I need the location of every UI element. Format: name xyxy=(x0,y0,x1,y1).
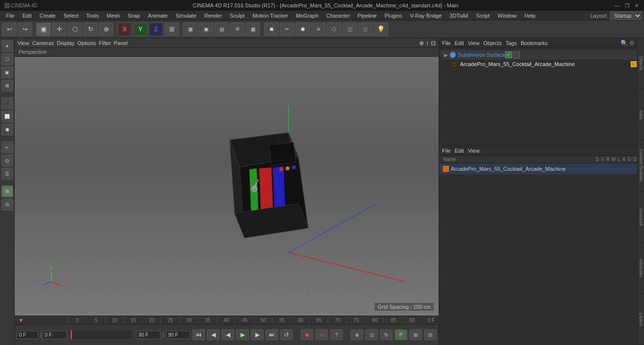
object-sculpt-button[interactable]: ⬟ xyxy=(295,23,310,36)
render-team-button[interactable]: ▦ xyxy=(245,23,260,36)
minimize-button[interactable]: — xyxy=(614,2,621,9)
om-search-icon[interactable]: 🔍 xyxy=(621,40,628,46)
left-snap-button[interactable]: S xyxy=(1,168,13,180)
om-menu-bookmarks[interactable]: Bookmarks xyxy=(521,40,548,46)
left-grid-button[interactable]: ⊟ xyxy=(1,199,13,210)
all-axes-button[interactable]: ⊞ xyxy=(164,23,179,36)
autokey-button[interactable]: ⊙ xyxy=(315,329,328,340)
tl-tool4[interactable]: P xyxy=(395,329,407,340)
object-paint-button[interactable]: ✏ xyxy=(280,23,294,36)
tab-content-browser[interactable]: Content Browser xyxy=(638,140,644,192)
axis-y-button[interactable]: Y xyxy=(133,23,148,36)
viewport-menu-panel[interactable]: Panel xyxy=(114,40,128,46)
om-menu-file[interactable]: File xyxy=(442,40,451,46)
goto-start-button[interactable]: ⏮ xyxy=(192,329,205,340)
menu-tools[interactable]: Tools xyxy=(82,12,103,20)
menu-motion-tracker[interactable]: Motion Tracker xyxy=(248,12,292,20)
tl-tool6[interactable]: ⊟ xyxy=(424,329,437,340)
menu-select[interactable]: Select xyxy=(60,12,83,20)
step-forward-button[interactable]: ▶ xyxy=(251,329,264,340)
model-mode-button[interactable]: ▣ xyxy=(36,23,51,36)
menu-vray[interactable]: V-Ray Bridge xyxy=(406,12,446,20)
timeline-track[interactable] xyxy=(71,330,133,339)
tl-tool1[interactable]: ⊕ xyxy=(351,329,363,340)
light-button[interactable]: 💡 xyxy=(374,23,388,36)
props-col-dot4[interactable]: · xyxy=(612,164,621,173)
max-frame-input[interactable]: 90 F xyxy=(166,331,190,339)
axis-z-button[interactable]: Z xyxy=(149,23,163,36)
render-active-button[interactable]: ▣ xyxy=(199,23,213,36)
subdivision-surface-row[interactable]: ▶ Subdivision Surface ✓ xyxy=(441,50,642,60)
left-points-button[interactable]: ● xyxy=(1,40,13,52)
viewport-menu-cameras[interactable]: Cameras xyxy=(32,40,54,46)
menu-animate[interactable]: Animate xyxy=(144,12,172,20)
maximize-button[interactable]: ❐ xyxy=(623,2,630,9)
props-menu-file[interactable]: File xyxy=(442,148,451,154)
render-anim-button[interactable]: ◻ xyxy=(358,23,373,36)
menu-mesh[interactable]: Mesh xyxy=(103,12,124,20)
subdiv-check-2[interactable] xyxy=(513,51,520,58)
menu-snap[interactable]: Snap xyxy=(124,12,144,20)
tab-tabs[interactable]: Tabs xyxy=(638,90,644,141)
menu-edit[interactable]: Edit xyxy=(19,12,36,20)
viewport-ctrl-3[interactable]: ⊡ xyxy=(431,40,436,46)
props-menu-view[interactable]: View xyxy=(468,148,480,154)
viewport-ctrl-1[interactable]: ⊕ xyxy=(419,40,424,46)
tl-tool3[interactable]: ↻ xyxy=(380,329,393,340)
left-uv-button[interactable]: ⊠ xyxy=(1,80,13,92)
props-col-dot5[interactable]: · xyxy=(622,164,630,173)
redo-button[interactable]: ↪ xyxy=(18,23,32,36)
tab-layers[interactable]: Layers xyxy=(638,294,644,345)
props-col-dot1[interactable]: · xyxy=(582,164,591,173)
viewport-toggle-button[interactable]: ⬡ xyxy=(327,23,341,36)
menu-character[interactable]: Character xyxy=(322,12,354,20)
arcade-machine-row[interactable]: □ ArcadePro_Mars_55_Cocktail_Arcade_Mach… xyxy=(441,60,642,68)
viewport-menu-view[interactable]: View xyxy=(18,40,29,46)
menu-window[interactable]: Window xyxy=(493,12,520,20)
key-button[interactable]: ? xyxy=(330,329,343,340)
loop-button[interactable]: ↺ xyxy=(280,329,293,340)
render-view-button[interactable]: ◫ xyxy=(342,23,357,36)
viewport-3d[interactable]: X Y Z xyxy=(15,57,439,316)
transform-button[interactable]: ⊕ xyxy=(99,23,113,36)
om-menu-objects[interactable]: Objects xyxy=(483,40,501,46)
viewport-menu-options[interactable]: Options xyxy=(77,40,96,46)
tab-structure[interactable]: Structure xyxy=(638,192,644,243)
props-col-dot2[interactable]: · xyxy=(592,164,601,173)
axis-x-button[interactable]: X xyxy=(117,23,132,36)
menu-3dtall[interactable]: 3DToAll xyxy=(445,12,472,20)
step-back-button[interactable]: ◀ xyxy=(207,329,220,340)
left-edges-button[interactable]: ⬡ xyxy=(1,53,13,65)
viewport-menu-display[interactable]: Display xyxy=(57,40,74,46)
menu-simulate[interactable]: Simulate xyxy=(172,12,200,20)
scale-tool-button[interactable]: ⬡ xyxy=(67,23,82,36)
arcade-machine-name[interactable]: ArcadePro_Mars_55_Cocktail_Arcade_Machin… xyxy=(460,61,629,67)
layout-select[interactable]: Startup xyxy=(610,11,642,20)
close-button[interactable]: ✕ xyxy=(633,2,640,9)
hair-button[interactable]: ≋ xyxy=(311,23,326,36)
render-region-button[interactable]: ▦ xyxy=(183,23,198,36)
viewport-menu-filter[interactable]: Filter xyxy=(99,40,111,46)
om-menu-tags[interactable]: Tags xyxy=(506,40,517,46)
om-settings-icon[interactable]: ⚙ xyxy=(629,40,635,46)
record-button[interactable]: ⏺ xyxy=(301,329,313,340)
start-frame-input[interactable]: 0 F xyxy=(43,331,67,339)
props-object-row[interactable]: ArcadePro_Mars_55_Cocktail_Arcade_Machin… xyxy=(439,163,644,175)
tl-tool5[interactable]: ⊞ xyxy=(409,329,422,340)
object-move-button[interactable]: ☗ xyxy=(264,23,279,36)
goto-end-button[interactable]: ⏭ xyxy=(266,329,278,340)
menu-pipeline[interactable]: Pipeline xyxy=(354,12,380,20)
menu-file[interactable]: File xyxy=(2,12,19,20)
left-mat-button[interactable]: ⬟ xyxy=(1,124,13,136)
menu-mograph[interactable]: MoGraph xyxy=(292,12,322,20)
menu-create[interactable]: Create xyxy=(36,12,60,20)
props-col-dot3[interactable]: · xyxy=(602,164,611,173)
undo-button[interactable]: ↩ xyxy=(2,23,17,36)
left-line-button[interactable]: ⌐ xyxy=(1,141,13,153)
om-menu-view[interactable]: View xyxy=(468,40,480,46)
current-frame-input[interactable]: 0 F xyxy=(17,331,38,339)
move-tool-button[interactable]: ✛ xyxy=(52,23,67,36)
menu-render[interactable]: Render xyxy=(200,12,226,20)
render-settings-button[interactable]: ⚙ xyxy=(230,23,244,36)
subdiv-surface-label[interactable]: Subdivision Surface xyxy=(458,52,505,58)
